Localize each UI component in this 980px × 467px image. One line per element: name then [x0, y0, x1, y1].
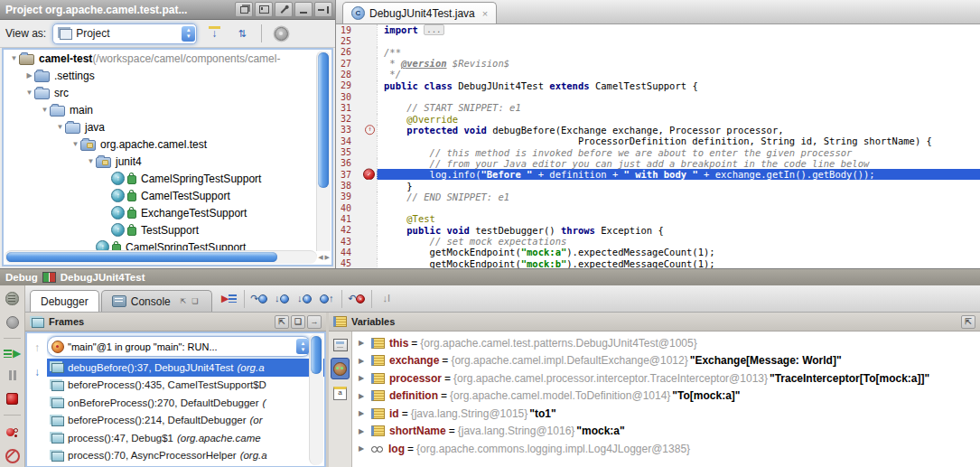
frame-row[interactable]: beforeProcess():435, CamelTestSupport$D: [47, 377, 324, 395]
expand-icon[interactable]: ▶: [359, 444, 367, 453]
code-line[interactable]: 41 @Test: [336, 213, 980, 224]
code-line[interactable]: 27 * @version $Revision$: [336, 58, 980, 69]
code-line[interactable]: 40: [336, 202, 980, 213]
tree-item[interactable]: ▶.settings: [4, 67, 331, 84]
drop-frame-button[interactable]: ↶: [347, 290, 367, 308]
code-line[interactable]: 26/**: [336, 47, 980, 58]
editor-tab[interactable]: DebugJUnit4Test.java ×: [342, 2, 497, 23]
expand-icon[interactable]: ▶: [359, 357, 367, 365]
tree-hscroll-thumb[interactable]: [6, 252, 277, 262]
frame-row[interactable]: process():47, Debug$1 (org.apache.came: [47, 429, 324, 447]
frame-row[interactable]: debugBefore():37, DebugJUnit4Test (org.a: [47, 359, 324, 377]
code-line[interactable]: 30: [336, 91, 980, 102]
tree-item[interactable]: ▼junit4: [4, 153, 331, 170]
console-float-icon[interactable]: ❏: [189, 295, 201, 307]
code-line[interactable]: 19import ...: [336, 24, 980, 35]
dock-button[interactable]: [255, 2, 273, 17]
breakpoint-icon[interactable]: [363, 169, 375, 181]
tree-expand-icon[interactable]: ▼: [55, 123, 65, 131]
debug-rerun-button[interactable]: [5, 290, 19, 306]
tree-item[interactable]: ▼java: [4, 118, 331, 135]
tab-console[interactable]: Console ⇱ ❏: [101, 290, 212, 312]
hide-right-button[interactable]: [314, 2, 332, 17]
debug-pause-button[interactable]: [8, 367, 17, 383]
frames-scroll-thumb[interactable]: [311, 336, 322, 374]
variable-row[interactable]: ▶processor = {org.apache.camel.processor…: [352, 369, 980, 388]
tree-item[interactable]: ▼org.apache.camel.test: [4, 135, 331, 153]
variable-row[interactable]: ▶shortName = {java.lang.String@1016}"moc…: [352, 423, 980, 441]
previous-frame-button[interactable]: ↑: [34, 341, 40, 354]
tree-item[interactable]: ▼camel-test (/workspace/camel/components…: [4, 50, 331, 67]
tree-expand-icon[interactable]: ▼: [70, 140, 80, 148]
evaluate-button[interactable]: [333, 336, 348, 352]
tree-vertical-scrollbar[interactable]: [316, 51, 331, 251]
code-line[interactable]: 29public class DebugJUnit4Test extends C…: [336, 80, 980, 91]
tree-item[interactable]: CamelSpringTestSupport: [4, 170, 331, 187]
tab-debugger[interactable]: Debugger: [30, 290, 99, 312]
debug-view-breakpoints-button[interactable]: [6, 424, 19, 440]
code-line[interactable]: 33 protected void debugBefore(Exchange e…: [336, 125, 980, 135]
code-line[interactable]: 32 @Override: [336, 114, 980, 125]
tree-scroll-arrows[interactable]: ◀ ▶: [317, 251, 331, 264]
frame-row[interactable]: onBeforeProcess():270, DefaultDebugger (: [47, 394, 324, 412]
code-line[interactable]: 42 public void testDebugger() throws Exc…: [336, 225, 980, 236]
restore-button[interactable]: [275, 315, 289, 329]
tree-expand-icon[interactable]: ▶: [24, 71, 34, 79]
debug-mute-breakpoints-button[interactable]: [5, 447, 20, 463]
expand-icon[interactable]: ▶: [359, 392, 367, 400]
thread-selector[interactable]: "main"@1 in group "main": RUN... ▲▼: [47, 336, 312, 357]
step-into-button[interactable]: ↓: [272, 290, 292, 308]
variable-row[interactable]: ▶definition = {org.apache.camel.model.To…: [352, 388, 980, 406]
debug-update-button[interactable]: [6, 313, 19, 330]
code-line[interactable]: 38 }: [336, 180, 980, 191]
code-line[interactable]: 36 // from your Java editor you can just…: [336, 158, 980, 169]
code-line[interactable]: 43 // set mock expectations: [336, 236, 980, 247]
tree-expand-icon[interactable]: ▼: [40, 106, 50, 114]
code-line[interactable]: 25: [336, 35, 980, 46]
float-button[interactable]: [235, 2, 253, 17]
variable-row[interactable]: ▶log = {org.apache.commons.logging.impl.…: [352, 440, 980, 458]
thread-stepper[interactable]: ▲▼: [296, 339, 310, 354]
code-line[interactable]: 44 getMockEndpoint("mock:a").expectedMes…: [336, 247, 980, 257]
debug-stop-button[interactable]: [6, 390, 18, 406]
auto-button[interactable]: [333, 385, 347, 401]
tree-item[interactable]: ExchangeTestSupport: [4, 204, 331, 221]
frame-row[interactable]: beforeProcess():214, DefaultDebugger (or: [47, 412, 324, 430]
watch-button[interactable]: [331, 358, 350, 379]
code-line[interactable]: 39 // END SNIPPET: e1: [336, 191, 980, 202]
pin-button[interactable]: [275, 2, 293, 17]
settings-button[interactable]: [270, 23, 292, 43]
dropdown-stepper[interactable]: ▲▼: [182, 26, 195, 42]
tree-item[interactable]: ▼main: [4, 101, 331, 118]
expand-icon[interactable]: ▶: [359, 427, 367, 435]
tree-item[interactable]: CamelTestSupport: [4, 187, 331, 204]
debug-resume-button[interactable]: ▶: [4, 347, 21, 360]
tree-item[interactable]: TestSupport: [4, 221, 331, 238]
code-line[interactable]: 31 // START SNIPPET: e1: [336, 102, 980, 113]
tree-item[interactable]: ▼src: [4, 84, 331, 101]
float-button[interactable]: [291, 315, 305, 329]
collapse-all-button[interactable]: [231, 23, 253, 43]
code-line[interactable]: 45 getMockEndpoint("mock:b").expectedMes…: [336, 258, 980, 268]
frame-row[interactable]: process():70, AsyncProcessorHelper (org.…: [47, 447, 324, 465]
minimize-button[interactable]: [294, 2, 313, 17]
console-restore-icon[interactable]: ⇱: [177, 295, 190, 307]
code-line[interactable]: 34 ProcessorDefinition definition, Strin…: [336, 135, 980, 146]
tree-expand-icon[interactable]: ▼: [24, 89, 34, 97]
variable-row[interactable]: ▶exchange = {org.apache.camel.impl.Defau…: [352, 352, 980, 370]
autoscroll-to-source-button[interactable]: [203, 23, 225, 43]
variable-row[interactable]: ▶this = {org.apache.camel.test.patterns.…: [352, 334, 980, 352]
code-editor[interactable]: 19import ...2526/**27 * @version $Revisi…: [336, 24, 980, 268]
tree-horizontal-scrollbar[interactable]: [5, 250, 317, 264]
expand-icon[interactable]: ▶: [359, 339, 367, 347]
expand-icon[interactable]: ▶: [359, 409, 367, 417]
code-line[interactable]: 28 */: [336, 69, 980, 79]
variable-row[interactable]: ▶id = {java.lang.String@1015}"to1": [352, 405, 980, 423]
expand-icon[interactable]: ▶: [359, 374, 367, 382]
hide-arr-button[interactable]: [307, 315, 322, 329]
restore-button[interactable]: [961, 315, 975, 329]
step-out-button[interactable]: ↑: [317, 290, 337, 308]
code-line[interactable]: 35 // this method is invoked before we a…: [336, 146, 980, 157]
next-frame-button[interactable]: ↓: [34, 366, 40, 378]
run-to-cursor-button[interactable]: ↓I: [377, 290, 397, 308]
